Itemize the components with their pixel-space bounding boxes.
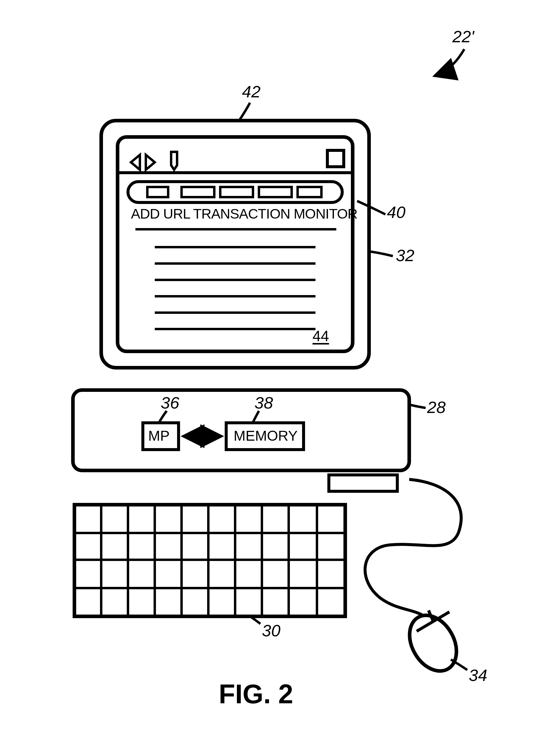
ref-38: 38 — [254, 393, 273, 412]
figure-title: FIG. 2 — [219, 679, 293, 709]
ref-28: 28 — [427, 397, 446, 417]
ref-40: 40 — [387, 202, 405, 222]
ref-44: 44 — [313, 327, 329, 345]
ref-32: 32 — [396, 246, 414, 265]
ref-30: 30 — [262, 621, 280, 640]
ref-34: 34 — [469, 666, 487, 685]
ref-36: 36 — [161, 393, 179, 412]
patent-figure-page: 22' 42 40 32 ADD URL TRANSACTION MONITOR… — [0, 0, 536, 756]
window-title-text: ADD URL TRANSACTION MONITOR — [131, 205, 357, 222]
ref-42: 42 — [242, 82, 260, 101]
svg-rect-21 — [329, 475, 397, 491]
svg-rect-1 — [117, 137, 353, 351]
ref-22p: 22' — [452, 27, 474, 46]
figure-svg — [0, 0, 536, 756]
mp-box-text: MP — [148, 428, 170, 444]
memory-box-text: MEMORY — [234, 428, 298, 444]
